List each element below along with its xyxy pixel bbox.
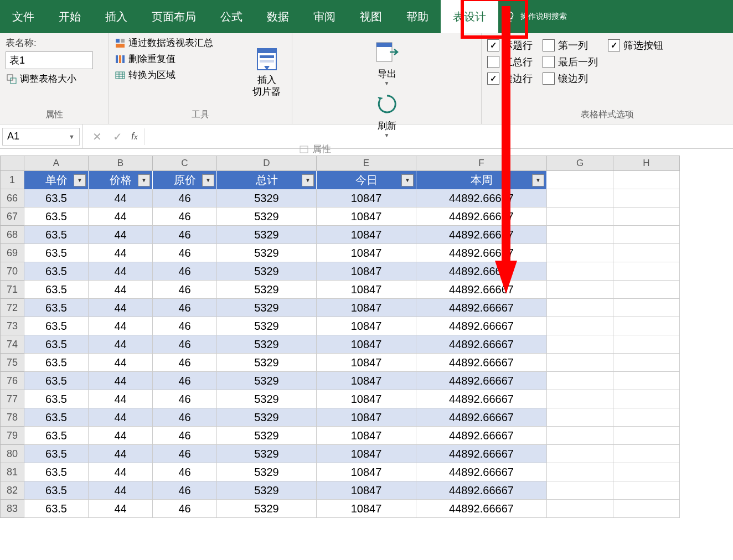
row-header[interactable]: 66 [0, 189, 24, 208]
cell[interactable]: 44892.66667 [416, 500, 547, 518]
cell[interactable] [547, 390, 613, 408]
cell[interactable]: 46 [153, 317, 217, 335]
cell[interactable] [547, 171, 613, 189]
cell[interactable]: 46 [153, 427, 217, 445]
cell[interactable]: 44 [89, 244, 153, 262]
cell[interactable]: 63.5 [24, 408, 89, 427]
tab-页面布局[interactable]: 页面布局 [140, 0, 208, 33]
cell[interactable]: 44 [89, 226, 153, 244]
cell[interactable]: 46 [153, 281, 217, 299]
cell[interactable] [613, 354, 680, 372]
tab-帮助[interactable]: 帮助 [394, 0, 441, 33]
cell[interactable]: 5329 [217, 463, 317, 481]
row-header[interactable]: 67 [0, 208, 24, 226]
cell[interactable]: 63.5 [24, 189, 89, 208]
cell[interactable]: 5329 [217, 226, 317, 244]
cell[interactable]: 10847 [317, 281, 416, 299]
cell[interactable]: 10847 [317, 427, 416, 445]
column-header-H[interactable]: H [613, 155, 680, 171]
cell[interactable]: 5329 [217, 481, 317, 500]
cell[interactable]: 63.5 [24, 500, 89, 518]
cell[interactable] [547, 244, 613, 262]
cell[interactable]: 10847 [317, 481, 416, 500]
cell[interactable]: 44 [89, 390, 153, 408]
cell[interactable] [547, 481, 613, 500]
cell[interactable] [613, 262, 680, 281]
tab-开始[interactable]: 开始 [47, 0, 93, 33]
cell[interactable]: 44 [89, 299, 153, 317]
table-column-header[interactable]: 本周▼ [416, 171, 547, 189]
cell[interactable] [547, 189, 613, 208]
cell[interactable]: 5329 [217, 427, 317, 445]
cell[interactable] [547, 408, 613, 427]
cell[interactable]: 44892.66667 [416, 463, 547, 481]
cell[interactable] [613, 408, 680, 427]
cell[interactable] [613, 208, 680, 226]
cell[interactable]: 44 [89, 427, 153, 445]
fx-icon[interactable]: fx [128, 131, 141, 142]
cell[interactable] [547, 281, 613, 299]
cell[interactable]: 63.5 [24, 208, 89, 226]
column-header-A[interactable]: A [24, 155, 89, 171]
row-header[interactable]: 81 [0, 463, 24, 481]
filter-dropdown-button[interactable]: ▼ [401, 174, 414, 186]
column-header-G[interactable]: G [547, 155, 613, 171]
cell[interactable]: 5329 [217, 244, 317, 262]
cell[interactable]: 10847 [317, 354, 416, 372]
cell[interactable] [613, 481, 680, 500]
cell[interactable] [547, 463, 613, 481]
cell[interactable]: 44 [89, 481, 153, 500]
table-column-header[interactable]: 今日▼ [317, 171, 416, 189]
cell[interactable]: 44 [89, 354, 153, 372]
cell[interactable]: 63.5 [24, 390, 89, 408]
cell[interactable]: 44 [89, 208, 153, 226]
cell[interactable]: 5329 [217, 408, 317, 427]
cell[interactable]: 44 [89, 317, 153, 335]
cell[interactable]: 44 [89, 408, 153, 427]
remove-duplicates-button[interactable]: 删除重复值 [114, 53, 247, 65]
cell[interactable] [547, 317, 613, 335]
cell[interactable]: 63.5 [24, 281, 89, 299]
cell[interactable] [613, 427, 680, 445]
cell[interactable] [547, 208, 613, 226]
cell[interactable]: 44892.66667 [416, 372, 547, 390]
filter-dropdown-button[interactable]: ▼ [202, 174, 214, 186]
select-all-corner[interactable] [0, 155, 24, 171]
filter-dropdown-button[interactable]: ▼ [302, 174, 314, 186]
cell[interactable]: 46 [153, 189, 217, 208]
cell[interactable]: 46 [153, 299, 217, 317]
cell[interactable]: 46 [153, 244, 217, 262]
table-column-header[interactable]: 原价▼ [153, 171, 217, 189]
row-header[interactable]: 70 [0, 262, 24, 281]
checkbox-header-row[interactable]: 标题行 [487, 39, 533, 52]
cell[interactable]: 5329 [217, 445, 317, 463]
row-header[interactable]: 82 [0, 481, 24, 500]
cell[interactable] [613, 299, 680, 317]
checkbox-first-column[interactable]: 第一列 [543, 39, 598, 52]
row-header[interactable]: 80 [0, 445, 24, 463]
checkbox-total-row[interactable]: 汇总行 [487, 55, 533, 69]
cell[interactable]: 46 [153, 354, 217, 372]
cell[interactable]: 63.5 [24, 317, 89, 335]
cell[interactable]: 10847 [317, 208, 416, 226]
cell[interactable] [613, 463, 680, 481]
filter-dropdown-button[interactable]: ▼ [74, 174, 86, 186]
cell[interactable] [547, 299, 613, 317]
cell[interactable]: 10847 [317, 335, 416, 354]
row-header[interactable]: 74 [0, 335, 24, 354]
filter-dropdown-button[interactable]: ▼ [532, 174, 544, 186]
cell[interactable]: 5329 [217, 262, 317, 281]
row-header[interactable]: 83 [0, 500, 24, 518]
insert-slicer-button[interactable]: 插入切片器 [247, 37, 286, 107]
column-header-C[interactable]: C [153, 155, 217, 171]
row-header[interactable]: 72 [0, 299, 24, 317]
cell[interactable]: 5329 [217, 390, 317, 408]
cell[interactable]: 63.5 [24, 299, 89, 317]
checkbox-filter-button[interactable]: 筛选按钮 [608, 39, 663, 52]
cell[interactable]: 44892.66667 [416, 299, 547, 317]
cell[interactable] [547, 262, 613, 281]
tab-公式[interactable]: 公式 [208, 0, 255, 33]
table-column-header[interactable]: 单价▼ [24, 171, 89, 189]
cell[interactable]: 5329 [217, 299, 317, 317]
row-header[interactable]: 79 [0, 427, 24, 445]
